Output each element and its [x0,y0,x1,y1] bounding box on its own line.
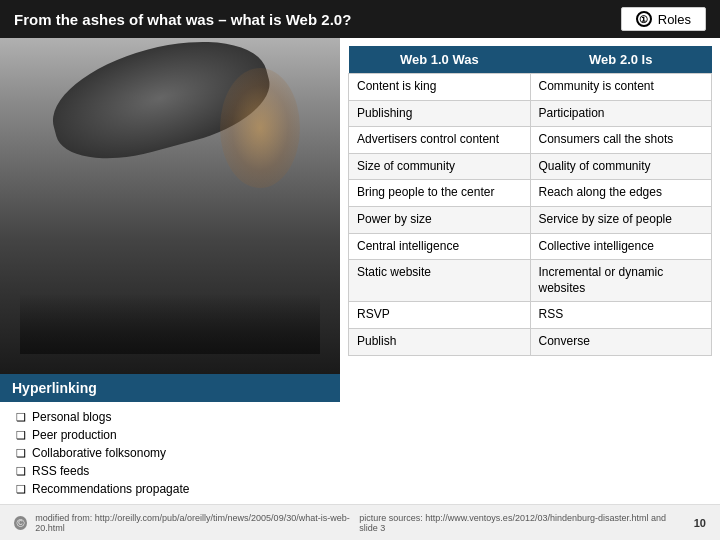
table-row: Power by sizeService by size of people [349,206,712,233]
cell-web1: Publish [349,328,531,355]
table-row: Bring people to the centerReach along th… [349,180,712,207]
left-panel: Hyperlinking Personal blogs Peer product… [0,38,340,504]
cell-web2: RSS [530,302,712,329]
list-item: RSS feeds [16,462,328,480]
table-row: Size of communityQuality of community [349,153,712,180]
table-row: Central intelligenceCollective intellige… [349,233,712,260]
list-item: Peer production [16,426,328,444]
header: From the ashes of what was – what is Web… [0,0,720,38]
main-content: Hyperlinking Personal blogs Peer product… [0,38,720,504]
cell-web1: Central intelligence [349,233,531,260]
cell-web1: Power by size [349,206,531,233]
cell-web1: RSVP [349,302,531,329]
table-row: Content is kingCommunity is content [349,74,712,101]
footer: © modified from: http://oreilly.com/pub/… [0,504,720,540]
badge-label: Roles [658,12,691,27]
circle-number-icon: ① [636,11,652,27]
col-web1-header: Web 1.0 Was [349,46,531,74]
hyperlinking-section: Hyperlinking [0,374,340,402]
table-row: PublishConverse [349,328,712,355]
header-badge: ① Roles [621,7,706,31]
cell-web2: Service by size of people [530,206,712,233]
comparison-table: Web 1.0 Was Web 2.0 Is Content is kingCo… [348,46,712,356]
cell-web1: Advertisers control content [349,127,531,154]
list-item: Collaborative folksonomy [16,444,328,462]
cell-web1: Content is king [349,74,531,101]
cc-icon: © [14,516,27,530]
cell-web2: Reach along the edges [530,180,712,207]
header-title: From the ashes of what was – what is Web… [14,11,351,28]
cell-web1: Bring people to the center [349,180,531,207]
cell-web2: Community is content [530,74,712,101]
footer-attribution: modified from: http://oreilly.com/pub/a/… [35,513,359,533]
hyperlinking-title: Hyperlinking [12,380,97,396]
col-web2-header: Web 2.0 Is [530,46,712,74]
table-row: Advertisers control contentConsumers cal… [349,127,712,154]
hindenburg-image [0,38,340,374]
footer-page-number: 10 [694,517,706,529]
cell-web1: Static website [349,260,531,302]
right-panel: Web 1.0 Was Web 2.0 Is Content is kingCo… [340,38,720,504]
list-item: Personal blogs [16,408,328,426]
table-row: PublishingParticipation [349,100,712,127]
cell-web1: Publishing [349,100,531,127]
table-row: Static websiteIncremental or dynamic web… [349,260,712,302]
cell-web2: Consumers call the shots [530,127,712,154]
cell-web1: Size of community [349,153,531,180]
cell-web2: Converse [530,328,712,355]
cell-web2: Quality of community [530,153,712,180]
cell-web2: Incremental or dynamic websites [530,260,712,302]
footer-source: picture sources: http://www.ventoys.es/2… [359,513,673,533]
cell-web2: Collective intelligence [530,233,712,260]
cell-web2: Participation [530,100,712,127]
hyperlinking-list: Personal blogs Peer production Collabora… [0,402,340,504]
table-row: RSVPRSS [349,302,712,329]
footer-left: © modified from: http://oreilly.com/pub/… [14,513,359,533]
footer-source-page: picture sources: http://www.ventoys.es/2… [359,513,706,533]
list-item: Recommendations propagate [16,480,328,498]
